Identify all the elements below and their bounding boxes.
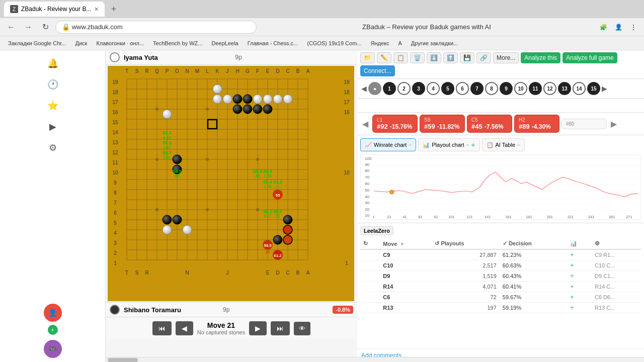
scroll-thumb[interactable] (108, 358, 138, 362)
bookmark-yandex[interactable]: Яндекс (366, 39, 393, 47)
col-reload[interactable]: ↻ (360, 238, 380, 249)
col-extra1[interactable]: 📊 (567, 238, 592, 249)
row-c10-plus[interactable]: + (567, 260, 592, 271)
back-button[interactable]: ← (4, 20, 18, 34)
forward-button[interactable]: → (21, 20, 35, 34)
analysis-card-h2[interactable]: H2 #89 -4.30% (514, 115, 559, 133)
toolbar-edit-btn[interactable]: ✏️ (377, 52, 391, 63)
next-move-button[interactable]: ▶ (249, 321, 267, 335)
table-row[interactable]: C10 2,517 60.63% + C10 C... (360, 260, 641, 271)
move-circle-11[interactable]: 11 (529, 82, 542, 95)
table-row[interactable]: R13 197 59.19% + R13 C... (360, 303, 641, 313)
playout-chart-remove[interactable]: − (466, 142, 469, 148)
connect-btn[interactable]: Connect... (360, 65, 395, 76)
move-circle-5[interactable]: 5 (441, 82, 454, 95)
ai-engine-badge: LeelaZero (360, 226, 393, 235)
cards-nav-right[interactable]: ▶ (609, 119, 619, 129)
playout-chart-add[interactable]: + (471, 141, 475, 149)
seq-nav-right[interactable]: ▶ (602, 84, 607, 93)
move-circle-13[interactable]: 13 (558, 82, 571, 95)
bookmark-cgos[interactable]: (CGOS) 19x19 Com... (303, 39, 365, 47)
ai-table-remove[interactable]: − (517, 142, 520, 148)
move-circle-12[interactable]: 12 (543, 82, 556, 95)
move-circle-10[interactable]: 10 (514, 82, 527, 95)
row-r14-plus[interactable]: + (567, 282, 592, 292)
move-circle-6[interactable]: 6 (456, 82, 469, 95)
table-row[interactable]: C9 27,887 61.23% + C9 R1... (360, 249, 641, 260)
col-move[interactable]: Move ▼ (380, 238, 432, 249)
move-circle-15[interactable]: 15 (587, 82, 600, 95)
col-extra2[interactable]: ⚙ (592, 238, 641, 249)
move-circle-1[interactable]: 1 (383, 82, 396, 95)
reload-button[interactable]: ↻ (38, 20, 52, 34)
secondary-avatar[interactable]: 🎮 (44, 340, 62, 358)
profile-icon[interactable]: 👤 (612, 21, 625, 34)
toolbar-file-btn[interactable]: 📁 (360, 52, 375, 63)
move-circle-14[interactable]: 14 (573, 82, 586, 95)
bookmark-disk[interactable]: Диск (71, 39, 91, 47)
address-bar[interactable]: 🔒 www.zbaduk.com (55, 21, 257, 34)
menu-icon[interactable]: ⋮ (627, 21, 640, 34)
analysis-card-l1[interactable]: L1 #92 -15.76% (372, 115, 418, 133)
horizontal-scrollbar[interactable] (106, 357, 644, 362)
toolbar-link-btn[interactable]: 🔗 (476, 52, 491, 63)
white-player-name: Iyama Yuta (124, 54, 231, 61)
bookmark-chess[interactable]: Главная - Chess.c... (244, 39, 302, 47)
bookmark-1[interactable]: Закладки Google Chr... (4, 39, 70, 47)
toolbar-delete-btn[interactable]: 🗑️ (410, 52, 425, 63)
toolbar-down-btn[interactable]: ⬇️ (427, 52, 441, 63)
move-circle-8[interactable]: 8 (485, 82, 498, 95)
cards-nav-left[interactable]: ◀ (360, 119, 370, 129)
tab-close-button[interactable]: × (95, 5, 99, 13)
bookmark-klavogonki[interactable]: Клавогонки · онл... (92, 39, 148, 47)
toolbar-save-btn[interactable]: 💾 (460, 52, 474, 63)
toolbar-copy-btn[interactable]: 📋 (393, 52, 408, 63)
analyze-this-btn[interactable]: Analyze this (521, 52, 560, 63)
col-decision[interactable]: ✓ Decision (500, 238, 568, 249)
move-circle-2[interactable]: 2 (397, 82, 411, 95)
analyze-full-btn[interactable]: Analyze full game (562, 52, 617, 63)
first-move-button[interactable]: ⏮ (152, 321, 172, 335)
analysis-card-80[interactable]: #80 (561, 119, 607, 129)
sidebar-play[interactable]: ▶ (44, 118, 62, 136)
playout-chart-tab[interactable]: 📊 Playout chart − + (418, 138, 479, 151)
row-r13-plus[interactable]: + (567, 303, 592, 313)
bookmark-other[interactable]: Другие закладки... (407, 39, 462, 47)
sidebar-notifications[interactable]: 🔔 (44, 54, 62, 72)
bookmark-a[interactable]: А (394, 39, 406, 47)
bookmark-techbench[interactable]: TechBench by WZ... (149, 39, 206, 47)
prev-move-button[interactable]: ◀ (176, 321, 193, 335)
bookmark-deepleela[interactable]: DeepLeela (208, 39, 243, 47)
toolbar-more-btn[interactable]: More... (493, 52, 519, 63)
analysis-card-s9[interactable]: S9 #59 -11.82% (420, 115, 465, 133)
user-avatar[interactable]: 👤 (44, 304, 62, 322)
last-move-button[interactable]: ⏭ (271, 321, 290, 335)
row-c6-plus[interactable]: + (567, 292, 592, 303)
move-circle-3[interactable]: 3 (412, 82, 425, 95)
sidebar-settings[interactable]: ⚙ (44, 139, 62, 157)
sidebar-star[interactable]: ⭐ (44, 97, 62, 115)
ai-table-tab[interactable]: 📋 AI Table − (482, 138, 525, 151)
move-circle-7[interactable]: 7 (470, 82, 484, 95)
eye-button[interactable]: 👁 (294, 322, 310, 335)
col-playouts[interactable]: ↺ Playouts (432, 238, 500, 249)
seq-nav-left[interactable]: ◀ (361, 84, 367, 93)
new-tab-button[interactable]: + (107, 2, 121, 16)
table-row[interactable]: C6 72 59.67% + C6 D6... (360, 292, 641, 303)
winrate-chart-tab[interactable]: 📈 Winrate chart − (360, 138, 416, 151)
move-circle-9[interactable]: 9 (500, 82, 513, 95)
go-board[interactable]: T S R Q P O N M L K J H G F E D C B A 19… (108, 66, 354, 301)
row-d9-plus[interactable]: + (567, 271, 592, 282)
table-row[interactable]: R14 4,071 60.41% + R14 C... (360, 282, 641, 292)
analysis-card-c5[interactable]: C5 #45 -7.56% (467, 115, 512, 133)
toolbar-up-btn[interactable]: ⬆️ (443, 52, 458, 63)
active-tab[interactable]: Z ZBaduk - Review your B... × (4, 2, 105, 17)
move-circle-start[interactable]: ● (368, 82, 381, 95)
row-c9-plus[interactable]: + (567, 249, 592, 260)
move-circle-4[interactable]: 4 (427, 82, 440, 95)
extensions-icon[interactable]: 🧩 (597, 21, 610, 34)
move-info: Move 21 No captured stones (197, 321, 245, 335)
winrate-chart-remove[interactable]: − (409, 142, 412, 148)
table-row[interactable]: D9 1,519 60.43% + D9 C1... (360, 271, 641, 282)
sidebar-history[interactable]: 🕐 (44, 75, 62, 94)
